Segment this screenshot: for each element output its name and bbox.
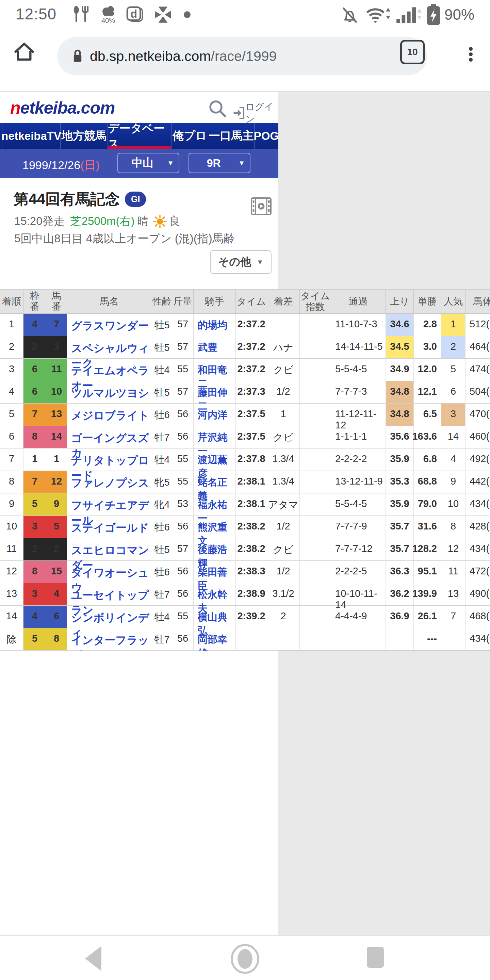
- search-icon[interactable]: [208, 99, 227, 118]
- venue-dropdown[interactable]: 中山▼: [118, 153, 179, 173]
- cell-jockey-link[interactable]: 後藤浩輝: [194, 538, 236, 561]
- table-row: 1446シンボリインディ牡455横山典弘2:39.224-4-4-936.926…: [0, 606, 490, 628]
- cell-weight: 56: [172, 404, 194, 426]
- lock-icon: [72, 49, 83, 63]
- cell-odds: 163.6: [414, 426, 441, 449]
- table-row: 147グラスワンダー牡557的場均2:37.211-10-7-334.62.81…: [0, 314, 490, 336]
- cell-rank: 7: [0, 449, 24, 471]
- home-icon[interactable]: [14, 41, 35, 62]
- cell-jockey-link[interactable]: 渡辺薫彦: [194, 449, 236, 471]
- film-video-icon[interactable]: [251, 197, 272, 215]
- home-circle-icon[interactable]: [231, 944, 259, 974]
- cell-margin: 3.1/2: [267, 583, 300, 606]
- tab-count-box[interactable]: 10: [400, 40, 425, 64]
- nav-tab-5[interactable]: POG: [254, 123, 278, 149]
- cell-margin: [267, 628, 300, 651]
- cell-time: 2:38.2: [236, 538, 267, 561]
- netkeiba-logo[interactable]: netkeiba.com: [10, 98, 115, 118]
- photos-pinwheel-icon: [154, 0, 172, 29]
- cell-horse-weight: 468(+: [466, 606, 490, 628]
- cell-popularity: 10: [441, 493, 466, 516]
- cell-jockey-link[interactable]: 的場均: [194, 314, 236, 336]
- chevron-down-icon: ▼: [256, 258, 263, 266]
- recents-square-icon[interactable]: [367, 947, 384, 968]
- cell-jockey-link[interactable]: 和田竜二: [194, 359, 236, 381]
- cell-horse-link[interactable]: メジロブライト: [67, 404, 152, 426]
- notification-dot-icon: [184, 0, 191, 29]
- cell-weight: 55: [172, 359, 194, 381]
- cell-horse-link[interactable]: ゴーイングスズカ: [67, 426, 152, 449]
- cell-uma: 14: [46, 426, 67, 449]
- cell-jockey-link[interactable]: 柴田善臣: [194, 561, 236, 583]
- cell-passing: [331, 628, 386, 651]
- url-omnibox[interactable]: db.sp.netkeiba.com/race/1999: [57, 37, 427, 75]
- cell-horse-link[interactable]: スペシャルウィーク: [67, 336, 152, 359]
- cell-horse-link[interactable]: スエヒロコマンダー: [67, 538, 152, 561]
- cell-horse-link[interactable]: グラスワンダー: [67, 314, 152, 336]
- cell-jockey-link[interactable]: 松永幹夫: [194, 583, 236, 606]
- cell-weight: 56: [172, 516, 194, 538]
- cell-horse-link[interactable]: ナリタトップロード: [67, 449, 152, 471]
- cell-horse-link[interactable]: シンボリインディ: [67, 606, 152, 628]
- table-row: 1334ユーセイトップラン牡756松永幹夫2:38.93.1/210-10-11…: [0, 583, 490, 606]
- column-header-4: 性齢: [152, 290, 172, 314]
- cell-horse-link[interactable]: ステイゴールド: [67, 516, 152, 538]
- nav-tab-4[interactable]: 一口馬主: [208, 123, 254, 149]
- cell-jockey-link[interactable]: 福永祐一: [194, 493, 236, 516]
- cell-jockey-link[interactable]: 岡部幸雄: [194, 628, 236, 651]
- cell-popularity: 2: [441, 336, 466, 359]
- cell-weight: 55: [172, 449, 194, 471]
- cell-horse-link[interactable]: ツルマルツヨシ: [67, 381, 152, 404]
- nav-tab-2[interactable]: データベース: [108, 123, 171, 149]
- column-header-0: 着順: [0, 290, 24, 314]
- cell-jockey-link[interactable]: 熊沢重文: [194, 516, 236, 538]
- cell-jockey-link[interactable]: 横山典弘: [194, 606, 236, 628]
- cell-passing: 7-7-7-3: [331, 381, 386, 404]
- weather-cloud-icon: 40%: [99, 0, 117, 29]
- back-icon[interactable]: [85, 946, 102, 971]
- restaurant-icon: [72, 0, 90, 29]
- web-content: netkeiba.com ログイン netkeibaTV地方競馬データベース俺プ…: [0, 92, 490, 935]
- cell-horse-link[interactable]: ファレノプシス: [67, 471, 152, 493]
- nav-tab-0[interactable]: netkeibaTV: [2, 123, 60, 149]
- cell-uma: 4: [46, 583, 67, 606]
- column-header-13: 人気: [441, 290, 466, 314]
- cell-horse-link[interactable]: ユーセイトップラン: [67, 583, 152, 606]
- column-header-7: タイム: [236, 290, 267, 314]
- table-row: 711ナリタトップロード牡455渡辺薫彦2:37.81.3/42-2-2-235…: [0, 449, 490, 471]
- cell-jockey-link[interactable]: 蛯名正義: [194, 471, 236, 493]
- cell-passing: 7-7-7-9: [331, 516, 386, 538]
- kebab-menu-icon[interactable]: [469, 45, 473, 63]
- other-dropdown-button[interactable]: その他▼: [210, 250, 272, 274]
- login-button[interactable]: ログイン: [233, 101, 278, 125]
- cell-time: 2:37.8: [236, 449, 267, 471]
- cell-agari: 36.2: [386, 583, 414, 606]
- chevron-down-icon: ▼: [167, 159, 174, 167]
- cell-agari: 35.9: [386, 449, 414, 471]
- cell-horse-link[interactable]: ダイワオーシュウ: [67, 561, 152, 583]
- nav-tab-1[interactable]: 地方競馬: [60, 123, 108, 149]
- cell-horse-link[interactable]: フサイチエアデール: [67, 493, 152, 516]
- cell-waku: 5: [24, 628, 46, 651]
- cell-jockey-link[interactable]: 芹沢純一: [194, 426, 236, 449]
- cell-jockey-link[interactable]: 河内洋: [194, 404, 236, 426]
- cell-jockey-link[interactable]: 藤田伸二: [194, 381, 236, 404]
- cell-time: 2:37.2: [236, 359, 267, 381]
- cell-horse-link[interactable]: テイエムオペラオー: [67, 359, 152, 381]
- cell-waku: 4: [24, 314, 46, 336]
- cell-popularity: 12: [441, 538, 466, 561]
- cell-jockey-link[interactable]: 武豊: [194, 336, 236, 359]
- cell-rank: 10: [0, 516, 24, 538]
- cell-horse-link[interactable]: インターフラッグ: [67, 628, 152, 651]
- cell-sexage: 牡7: [152, 426, 172, 449]
- cell-popularity: 3: [441, 404, 466, 426]
- cell-odds: 79.0: [414, 493, 441, 516]
- cell-margin: 1/2: [267, 381, 300, 404]
- cell-horse-weight: 428(+: [466, 516, 490, 538]
- race-number-dropdown[interactable]: 9R▼: [189, 153, 250, 173]
- nav-tab-3[interactable]: 俺プロ: [171, 123, 208, 149]
- race-date: 1999/12/26(日): [22, 158, 100, 173]
- column-header-11: 上り: [386, 290, 414, 314]
- url-text: db.sp.netkeiba.com/race/1999: [90, 48, 277, 64]
- cell-agari: [386, 628, 414, 651]
